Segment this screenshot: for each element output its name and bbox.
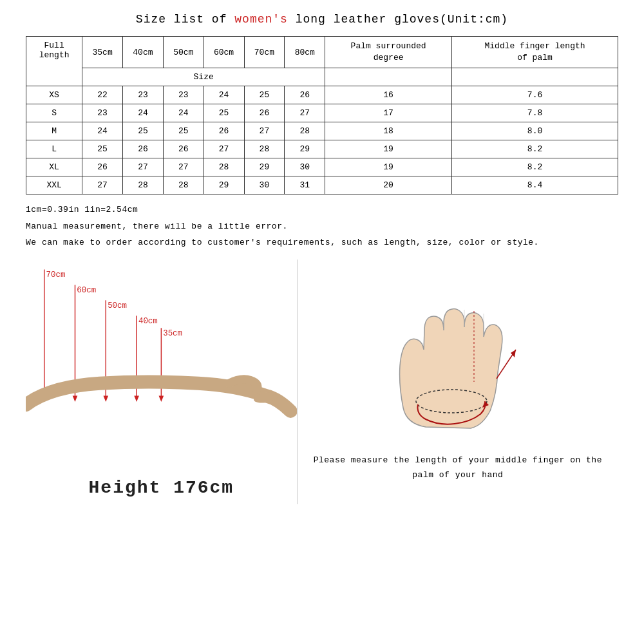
col-70cm: 70cm xyxy=(244,37,285,68)
measurement-cell: 25 xyxy=(204,104,244,122)
measurement-cell: 23 xyxy=(163,86,204,104)
measurement-cell: 24 xyxy=(82,122,123,140)
finger-cell: 7.6 xyxy=(452,86,618,104)
hand-diagram xyxy=(368,266,548,446)
measurement-cell: 24 xyxy=(204,86,244,104)
title-suffix: long leather gloves(Unit:cm) xyxy=(288,13,508,26)
measurement-cell: 26 xyxy=(123,140,164,158)
palm-cell: 18 xyxy=(325,122,452,140)
svg-marker-13 xyxy=(159,395,164,402)
measurement-cell: 23 xyxy=(123,86,164,104)
palm-header: Palm surroundeddegree xyxy=(325,37,452,68)
size-cell: XL xyxy=(26,158,82,176)
measurement-cell: 31 xyxy=(285,176,325,194)
measurement-cell: 27 xyxy=(204,140,244,158)
title-women: women's xyxy=(234,13,288,26)
table-row: XS222323242526167.6 xyxy=(26,86,618,104)
measurement-cell: 30 xyxy=(285,158,325,176)
measurement-cell: 26 xyxy=(244,104,285,122)
table-row: S232424252627177.8 xyxy=(26,104,618,122)
col-80cm: 80cm xyxy=(285,37,325,68)
size-table: Fulllength 35cm 40cm 50cm 60cm 70cm 80cm… xyxy=(26,36,618,194)
measurement-cell: 26 xyxy=(163,140,204,158)
palm-cell: 20 xyxy=(325,176,452,194)
table-row: XL262727282930198.2 xyxy=(26,158,618,176)
bottom-section: 70cm 60cm 50cm 40cm 35cm xyxy=(26,260,618,504)
size-cell: M xyxy=(26,122,82,140)
measurement-cell: 28 xyxy=(163,176,204,194)
svg-text:60cm: 60cm xyxy=(77,286,96,295)
right-panel-text: Please measure the length of your middle… xyxy=(310,453,605,483)
measurement-cell: 26 xyxy=(204,122,244,140)
finger-cell: 8.2 xyxy=(452,140,618,158)
finger-cell: 7.8 xyxy=(452,104,618,122)
measurement-cell: 26 xyxy=(82,158,123,176)
svg-marker-7 xyxy=(103,395,108,402)
finger-cell: 8.2 xyxy=(452,158,618,176)
title-prefix: Size list xyxy=(136,13,212,26)
measurement-cell: 22 xyxy=(82,86,123,104)
measurement-cell: 25 xyxy=(82,140,123,158)
measurement-cell: 24 xyxy=(163,104,204,122)
measurement-arrows: 70cm 60cm 50cm 40cm 35cm xyxy=(26,260,297,433)
finger-cell: 8.0 xyxy=(452,122,618,140)
height-label: Height 176cm xyxy=(89,478,234,498)
measurement-cell: 25 xyxy=(163,122,204,140)
size-cell: L xyxy=(26,140,82,158)
measurement-cell: 28 xyxy=(123,176,164,194)
measurement-cell: 30 xyxy=(244,176,285,194)
measurement-cell: 23 xyxy=(82,104,123,122)
right-diagram-panel: Please measure the length of your middle… xyxy=(298,260,618,504)
size-cell: XS xyxy=(26,86,82,104)
size-cell: XXL xyxy=(26,176,82,194)
palm-subheader xyxy=(325,68,452,86)
measurement-cell: 27 xyxy=(123,158,164,176)
svg-text:50cm: 50cm xyxy=(108,301,127,310)
finger-cell: 8.4 xyxy=(452,176,618,194)
page-wrapper: Size list of women's long leather gloves… xyxy=(0,0,644,644)
measurement-note: Manual measurement, there will be a litt… xyxy=(26,220,618,233)
svg-text:70cm: 70cm xyxy=(46,270,66,279)
table-row: L252626272829198.2 xyxy=(26,140,618,158)
measurement-cell: 28 xyxy=(244,140,285,158)
left-diagram-panel: 70cm 60cm 50cm 40cm 35cm xyxy=(26,260,298,504)
title-of: of xyxy=(212,13,227,26)
measurement-cell: 27 xyxy=(163,158,204,176)
table-row: M242525262728188.0 xyxy=(26,122,618,140)
size-subheader: Size xyxy=(82,68,325,86)
svg-marker-4 xyxy=(73,395,78,402)
measurement-cell: 26 xyxy=(285,86,325,104)
svg-text:35cm: 35cm xyxy=(163,329,182,338)
palm-cell: 16 xyxy=(325,86,452,104)
measurement-cell: 27 xyxy=(82,176,123,194)
svg-marker-10 xyxy=(134,395,139,402)
finger-header: Middle finger lengthof palm xyxy=(452,37,618,68)
finger-subheader xyxy=(452,68,618,86)
measurement-cell: 29 xyxy=(285,140,325,158)
col-35cm: 35cm xyxy=(82,37,123,68)
measurement-cell: 29 xyxy=(204,176,244,194)
measurement-cell: 27 xyxy=(244,122,285,140)
measurement-cell: 25 xyxy=(244,86,285,104)
conversion-note: 1cm=0.39in 1in=2.54cm xyxy=(26,204,618,216)
measurement-cell: 25 xyxy=(123,122,164,140)
col-40cm: 40cm xyxy=(123,37,164,68)
size-cell: S xyxy=(26,104,82,122)
col-50cm: 50cm xyxy=(163,37,204,68)
measurement-cell: 24 xyxy=(123,104,164,122)
custom-note: We can make to order according to custom… xyxy=(26,236,618,249)
notes-section: 1cm=0.39in 1in=2.54cm Manual measurement… xyxy=(26,204,618,249)
measurement-cell: 29 xyxy=(244,158,285,176)
full-length-header: Fulllength xyxy=(26,37,82,86)
col-60cm: 60cm xyxy=(204,37,244,68)
palm-cell: 19 xyxy=(325,140,452,158)
page-title: Size list of women's long leather gloves… xyxy=(26,13,618,26)
palm-cell: 17 xyxy=(325,104,452,122)
svg-text:40cm: 40cm xyxy=(138,317,158,326)
measurement-cell: 28 xyxy=(285,122,325,140)
measurement-cell: 28 xyxy=(204,158,244,176)
palm-cell: 19 xyxy=(325,158,452,176)
table-row: XXL272828293031208.4 xyxy=(26,176,618,194)
measurement-cell: 27 xyxy=(285,104,325,122)
